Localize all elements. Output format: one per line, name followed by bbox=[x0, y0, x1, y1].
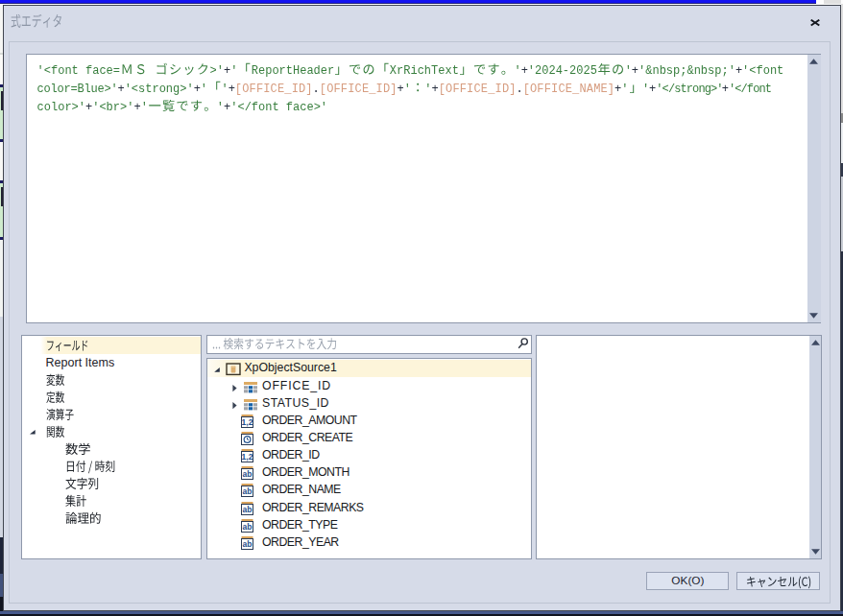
svg-text:ab: ab bbox=[243, 505, 253, 514]
svg-text:ab: ab bbox=[243, 469, 253, 479]
svg-text:ab: ab bbox=[243, 522, 253, 532]
svg-text:ab: ab bbox=[243, 486, 253, 496]
svg-text:1,2: 1,2 bbox=[242, 452, 253, 462]
svg-text:1,2: 1,2 bbox=[242, 417, 253, 427]
svg-text:ab: ab bbox=[243, 539, 253, 549]
